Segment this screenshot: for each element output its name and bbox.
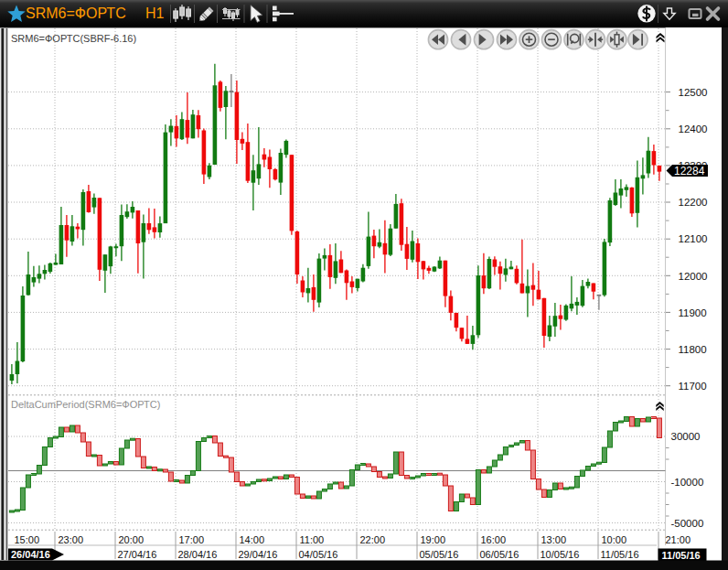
svg-text:17:00: 17:00 — [179, 534, 205, 545]
svg-text:12400: 12400 — [679, 124, 708, 134]
svg-text:12200: 12200 — [679, 197, 708, 208]
svg-text:11:00: 11:00 — [300, 534, 325, 545]
svg-text:26/04/16: 26/04/16 — [11, 549, 50, 560]
svg-text:12500: 12500 — [679, 87, 708, 98]
svg-text:15:00: 15:00 — [15, 534, 40, 545]
svg-text:SRM6=ФОРТС(SBRF-6.16): SRM6=ФОРТС(SBRF-6.16) — [11, 33, 136, 44]
svg-text:13:00: 13:00 — [541, 534, 567, 545]
svg-text:04/05/16: 04/05/16 — [299, 549, 338, 560]
svg-text:DeltaCumPeriod(SRM6=ФОРТС): DeltaCumPeriod(SRM6=ФОРТС) — [11, 399, 160, 410]
svg-text:28/04/16: 28/04/16 — [178, 549, 218, 560]
svg-text:30000: 30000 — [671, 431, 701, 442]
svg-text:19:00: 19:00 — [421, 534, 446, 545]
svg-text:16:00: 16:00 — [481, 534, 507, 545]
svg-text:27/04/16: 27/04/16 — [118, 549, 157, 560]
svg-text:22:00: 22:00 — [360, 534, 386, 545]
svg-text:10/05/16: 10/05/16 — [541, 549, 580, 560]
svg-text:05/05/16: 05/05/16 — [420, 549, 459, 560]
svg-text:11900: 11900 — [679, 307, 707, 318]
svg-text:14:00: 14:00 — [240, 534, 265, 545]
svg-text:21:00: 21:00 — [666, 534, 691, 545]
svg-text:20:00: 20:00 — [119, 534, 145, 545]
svg-text:12100: 12100 — [679, 233, 708, 244]
svg-text:12000: 12000 — [679, 271, 708, 282]
svg-text:12284: 12284 — [674, 165, 705, 177]
svg-text:10:00: 10:00 — [602, 534, 627, 545]
svg-text:-50000: -50000 — [671, 518, 704, 529]
svg-text:11/05/16: 11/05/16 — [662, 550, 701, 561]
svg-text:-10000: -10000 — [671, 477, 704, 488]
svg-text:23:00: 23:00 — [59, 534, 84, 545]
svg-text:11/05/16: 11/05/16 — [601, 549, 639, 560]
svg-text:06/05/16: 06/05/16 — [480, 549, 519, 560]
svg-text:11700: 11700 — [679, 381, 707, 392]
svg-text:29/04/16: 29/04/16 — [239, 549, 278, 560]
svg-text:11800: 11800 — [679, 344, 707, 355]
